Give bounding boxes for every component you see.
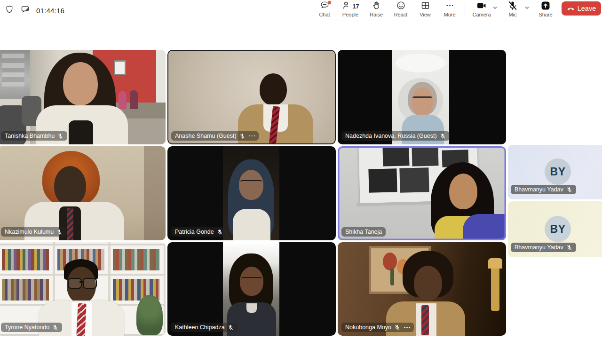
video-tile-shikha-taneja[interactable]: Shikha Taneja [338,146,506,240]
name-tag: Kathleen Chipadza [171,323,238,332]
leave-label: Leave [578,5,596,12]
muted-mic-icon [57,133,63,139]
react-smiley-icon [396,0,406,12]
raise-hand-button[interactable]: Raise [364,1,388,17]
react-button[interactable]: React [388,1,413,17]
name-tag: Tanishka Bhambhu [1,131,67,141]
video-placeholder [338,146,506,240]
video-tile-anashe-shamu[interactable]: Anashe Shamu (Guest) [167,50,336,144]
camera-icon [476,0,487,13]
video-tile-bhavmanyu-yadav-2[interactable]: BY Bhavmanyu Yadav [508,201,602,257]
people-count: 17 [353,3,359,10]
people-icon [342,0,352,12]
more-ellipsis-icon [445,0,455,12]
participant-name: Kathleen Chipadza [175,324,225,331]
muted-mic-icon [217,229,223,235]
phone-handset-icon [567,5,575,13]
muted-mic-icon [566,187,572,193]
muted-mic-icon [394,324,400,331]
share-screen-icon [540,0,551,13]
people-label: People [342,12,358,17]
video-placeholder [338,242,506,336]
video-tile-nokubonga-moyo[interactable]: Nokubonga Moyo [338,242,506,336]
participant-name: Bhavmanyu Yadav [515,244,563,251]
participant-name: Shikha Taneja [345,229,382,235]
mic-label: Mic [508,12,516,17]
name-tag: Nadezhda Ivanova, Russia (Guest) [341,131,450,141]
muted-mic-icon [440,133,446,139]
chat-label: Chat [319,12,330,17]
participant-name: Patricia Gonde [175,229,214,235]
participant-name: Nkazimulo Kulumu [5,229,54,235]
name-tag: Bhavmanyu Yadav [511,243,576,252]
name-tag: Patricia Gonde [171,227,227,237]
react-label: React [394,12,408,17]
chat-button[interactable]: Chat [312,1,337,17]
video-tile-nadezhda-ivanova[interactable]: Nadezhda Ivanova, Russia (Guest) [338,50,506,144]
muted-mic-icon [56,229,63,235]
name-tag: Tyrone Nyatondo [1,323,62,332]
camera-label: Camera [472,12,491,17]
name-tag: Anashe Shamu (Guest) [171,131,259,141]
mic-chevron-down-icon[interactable] [524,4,530,12]
muted-mic-icon [566,245,572,251]
share-label: Share [539,12,552,17]
video-placeholder [167,146,336,240]
name-tag: Shikha Taneja [341,227,386,237]
participant-name: Nokubonga Moyo [345,324,391,331]
more-options-button[interactable] [404,327,410,328]
chat-notification-dot [327,0,332,5]
muted-mic-icon [239,133,246,139]
muted-mic-icon [52,324,58,331]
video-tile-tanishka-bhambhu[interactable]: Tanishka Bhambhu [0,50,166,144]
more-label: More [444,12,455,17]
video-placeholder [167,242,336,336]
view-label: View [420,12,431,17]
participant-name: Tyrone Nyatondo [5,324,49,331]
name-tag: Nkazimulo Kulumu [1,227,66,237]
video-placeholder [167,50,336,144]
view-grid-icon [420,0,430,12]
video-tile-patricia-gonde[interactable]: Patricia Gonde [167,146,336,240]
meeting-toolbar: 01:44:16 Chat 17 People Raise [0,0,602,21]
notes-icon[interactable] [20,5,30,16]
participant-name: Anashe Shamu (Guest) [175,133,237,139]
more-options-button[interactable] [249,135,255,137]
mic-muted-icon [507,0,518,13]
plant [136,295,163,335]
video-placeholder [0,242,166,336]
share-button[interactable]: Share [535,1,556,17]
view-button[interactable]: View [413,1,437,17]
avatar-initials: BY [545,216,571,242]
muted-mic-icon [228,324,234,331]
avatar-initials: BY [545,158,571,185]
participant-name: Tanishka Bhambhu [5,133,55,139]
mic-button[interactable]: Mic [503,1,522,17]
security-shield-icon[interactable] [5,5,14,16]
meeting-timer: 01:44:16 [36,7,64,15]
raise-hand-icon [372,0,381,12]
raise-label: Raise [370,12,383,17]
more-button[interactable]: More [437,1,462,17]
people-button[interactable]: 17 People [337,1,364,17]
participant-name: Nadezhda Ivanova, Russia (Guest) [345,133,437,139]
leave-button[interactable]: Leave [562,1,601,16]
toolbar-left: 01:44:16 [5,0,64,21]
name-tag: Bhavmanyu Yadav [511,185,576,194]
video-tile-tyrone-nyatondo[interactable]: Tyrone Nyatondo [0,242,166,336]
name-tag: Nokubonga Moyo [341,323,414,332]
video-tile-nkazimulo-kulumu[interactable]: Nkazimulo Kulumu [0,146,166,240]
camera-chevron-down-icon[interactable] [492,4,498,12]
toolbar-center: Chat 17 People Raise React View [312,1,462,17]
participant-name: Bhavmanyu Yadav [515,186,563,193]
video-tile-bhavmanyu-yadav-1[interactable]: BY Bhavmanyu Yadav [508,145,602,199]
video-placeholder [0,50,166,144]
camera-button[interactable]: Camera [471,1,492,17]
lamp [491,264,499,311]
video-placeholder [0,146,166,240]
video-tile-kathleen-chipadza[interactable]: Kathleen Chipadza [167,242,336,336]
toolbar-divider [465,4,465,16]
video-placeholder [338,50,506,144]
